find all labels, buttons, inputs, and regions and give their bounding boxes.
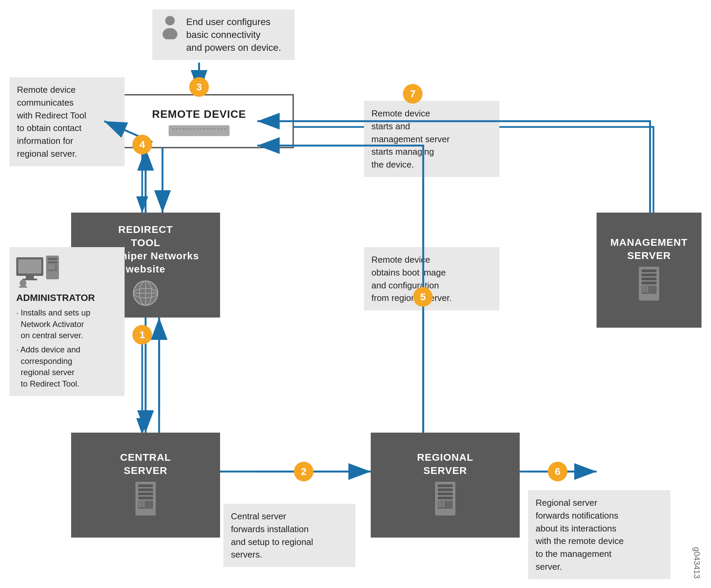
step-1-circle: 1: [132, 325, 152, 345]
step-2-circle: 2: [294, 462, 314, 481]
svg-rect-51: [142, 501, 145, 503]
enduser-text: End user configures basic connectivity a…: [186, 17, 281, 53]
svg-rect-31: [18, 259, 41, 274]
central-forwards-callout: Central server forwards installation and…: [223, 504, 356, 567]
svg-rect-36: [48, 261, 57, 263]
svg-rect-46: [138, 488, 153, 491]
step-5-circle: 5: [413, 287, 433, 307]
c7-text: Remote device starts and management serv…: [371, 108, 450, 170]
step-3-circle: 3: [189, 77, 209, 97]
management-server-box: MANAGEMENT SERVER: [597, 213, 702, 328]
admin-bullet1: · Installs and sets up Network Activator…: [16, 307, 118, 341]
svg-rect-59: [438, 493, 453, 495]
regional-server-label: REGIONAL SERVER: [417, 451, 473, 477]
admin-bullet2: · Adds device and corresponding regional…: [16, 344, 118, 389]
server-icon-regional: [432, 482, 459, 521]
svg-rect-67: [442, 505, 445, 507]
svg-rect-58: [438, 488, 453, 491]
admin-box: ADMINISTRATOR · Installs and sets up Net…: [9, 247, 125, 396]
svg-rect-52: [139, 503, 142, 505]
central-server-label: CENTRAL SERVER: [120, 451, 171, 477]
remote-starts-callout: Remote device starts and management serv…: [364, 101, 499, 177]
regional-forwards-callout: Regional server forwards notifications a…: [528, 490, 670, 579]
svg-rect-35: [48, 258, 57, 260]
svg-rect-57: [438, 484, 453, 487]
device-icon: [169, 125, 230, 136]
central-server-box: CENTRAL SERVER: [71, 433, 220, 538]
admin-label: ADMINISTRATOR: [16, 291, 118, 304]
svg-rect-25: [646, 286, 648, 288]
svg-rect-22: [642, 282, 656, 284]
regional-server-box: REGIONAL SERVER: [371, 433, 520, 538]
remote-device-box: REMOTE DEVICE: [104, 94, 294, 148]
svg-rect-24: [642, 286, 645, 288]
svg-rect-66: [438, 505, 441, 507]
svg-rect-27: [646, 288, 648, 290]
svg-rect-55: [142, 505, 145, 507]
server-icon-central: [132, 482, 159, 521]
svg-rect-45: [138, 484, 153, 487]
svg-rect-21: [642, 278, 656, 280]
c5-text: Remote device obtains boot image and con…: [371, 255, 452, 303]
step-4-circle: 4: [132, 135, 152, 154]
enduser-callout: End user configures basic connectivity a…: [152, 9, 295, 60]
svg-rect-19: [642, 269, 656, 272]
person-icon: [160, 16, 180, 43]
svg-rect-20: [642, 274, 656, 276]
svg-rect-41: [52, 267, 55, 269]
svg-rect-65: [442, 503, 445, 505]
svg-rect-47: [138, 493, 153, 495]
svg-rect-32: [26, 276, 34, 279]
svg-rect-62: [438, 501, 441, 503]
admin-icon: [16, 254, 118, 288]
svg-point-43: [19, 285, 27, 288]
c6-text: Regional server forwards notifications a…: [536, 498, 624, 572]
svg-point-12: [163, 28, 177, 39]
step-7-circle: 7: [403, 84, 423, 104]
diagram-container: .arr { stroke: #1a6fa8; stroke-width: 5;…: [0, 0, 711, 588]
svg-rect-26: [642, 288, 645, 290]
svg-rect-40: [48, 267, 51, 269]
remote-device-label: REMOTE DEVICE: [152, 108, 246, 121]
svg-rect-63: [442, 501, 445, 503]
server-icon-mgmt: [635, 267, 663, 306]
svg-rect-48: [138, 497, 153, 499]
svg-rect-38: [48, 265, 51, 267]
globe-icon: [132, 280, 159, 309]
step-6-circle: 6: [548, 462, 567, 481]
svg-rect-29: [646, 290, 648, 292]
svg-point-11: [165, 16, 175, 25]
svg-rect-60: [438, 497, 453, 499]
c2-text: Central server forwards installation and…: [231, 511, 313, 560]
management-server-label: MANAGEMENT SERVER: [610, 236, 688, 262]
svg-rect-64: [438, 503, 441, 505]
svg-rect-39: [52, 265, 55, 267]
c4-text: Remote device communicates with Redirect…: [17, 85, 86, 159]
svg-rect-53: [142, 503, 145, 505]
svg-rect-50: [139, 501, 142, 503]
svg-rect-54: [139, 505, 142, 507]
remote-communicates-callout: Remote device communicates with Redirect…: [9, 77, 125, 166]
watermark: g043413: [692, 547, 702, 579]
svg-rect-28: [642, 290, 645, 292]
